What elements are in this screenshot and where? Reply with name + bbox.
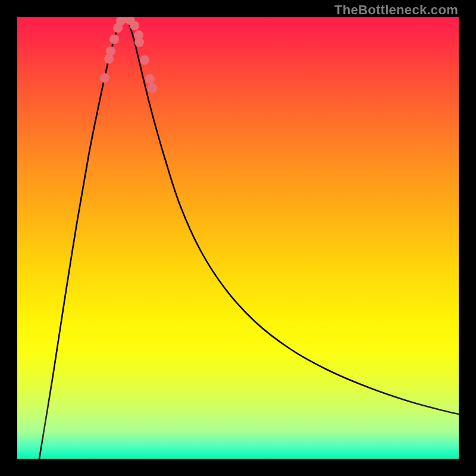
curve-layer — [17, 17, 459, 459]
cluster-point — [140, 55, 149, 65]
cluster-point — [100, 73, 109, 83]
cluster-point — [148, 83, 157, 93]
cluster-point — [106, 46, 115, 56]
plot-area — [17, 17, 459, 459]
cluster-point — [134, 37, 144, 47]
bottleneck-curve — [39, 18, 459, 459]
cluster-point — [109, 35, 119, 44]
watermark-text: TheBottleneck.com — [334, 2, 458, 18]
chart-frame: TheBottleneck.com — [0, 0, 476, 476]
cluster-point — [145, 74, 155, 84]
cluster-points — [100, 17, 157, 93]
cluster-point — [130, 21, 139, 30]
